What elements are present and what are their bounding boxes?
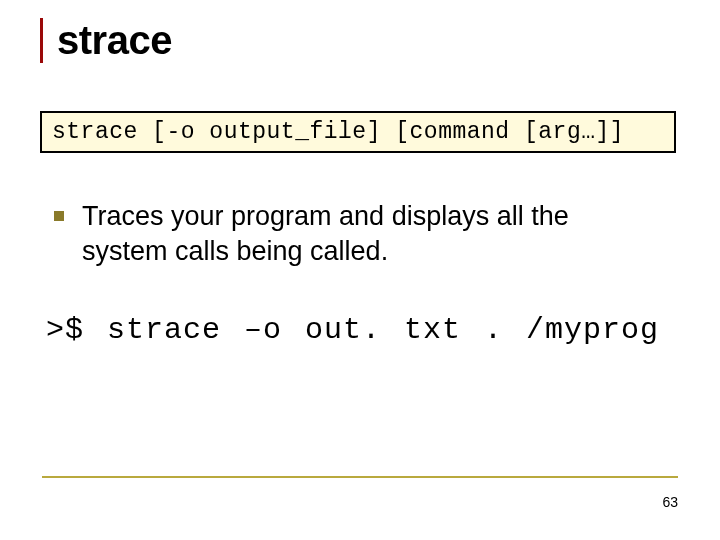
page-number: 63 [662,494,678,510]
title-container: strace [40,18,680,63]
example-command: >$ strace –o out. txt . /myprog [46,313,680,347]
square-bullet-icon [54,211,64,221]
slide: strace strace [-o output_file] [command … [0,0,720,540]
syntax-box: strace [-o output_file] [command [arg…]] [40,111,676,153]
bullet-text: Traces your program and displays all the… [82,199,642,269]
slide-title: strace [57,18,680,63]
divider-line [42,476,678,478]
bullet-item: Traces your program and displays all the… [54,199,680,269]
